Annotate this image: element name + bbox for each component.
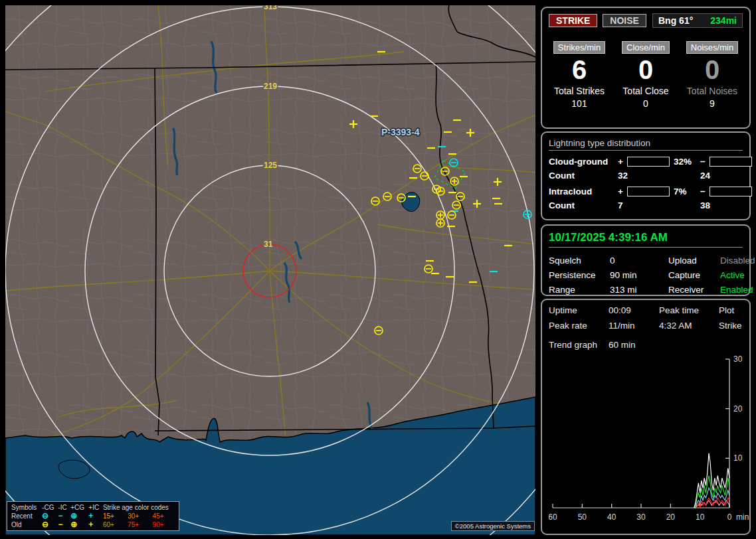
circle-minus-icon: ⊖	[41, 520, 56, 529]
minus-sign: −	[700, 157, 709, 167]
cg-positive-count: 32	[618, 171, 700, 181]
ic-positive-count: 7	[618, 200, 700, 210]
trend-y-tick: 20	[733, 404, 743, 414]
plot-mode-value: Strike	[719, 321, 743, 331]
circle-plus-icon: ⊕	[69, 520, 87, 529]
intracloud-label: Intracloud	[549, 187, 618, 196]
range-ring-label-31: 31	[264, 240, 273, 249]
uptime-label: Uptime	[549, 305, 609, 315]
close-per-min-column: Close/min 0 Total Close 0	[615, 41, 676, 109]
legend-symbols-label: Symbols	[10, 503, 41, 512]
receiver-label: Receiver	[668, 285, 720, 295]
ic-positive-pct: 7%	[670, 187, 700, 196]
lightning-distribution-panel: Lightning type distribution Cloud-ground…	[541, 131, 751, 220]
trend-graph-label: Trend graph	[549, 340, 609, 350]
cloud-ground-label: Cloud-ground	[549, 157, 618, 167]
count-label: Count	[549, 200, 618, 210]
trend-x-tick: 40	[607, 512, 616, 522]
noises-per-min-value: 0	[682, 55, 743, 84]
cloud-ground-count-row: Count 32 24	[549, 171, 743, 181]
trend-panel: Uptime 00:09 Peak time Plot Peak rate 11…	[541, 299, 751, 535]
strikes-per-min-value: 6	[549, 55, 610, 84]
total-strikes-label: Total Strikes	[549, 86, 610, 96]
legend-recent-row: Recent ⊖ − ⊕ + 15+ 30+ 45+	[10, 512, 176, 520]
intracloud-row: Intracloud + 7% − 38%	[549, 187, 743, 196]
legend-old-row: Old ⊖ − ⊕ + 60+ 75+ 90+	[10, 520, 176, 529]
age-60: 60+	[102, 520, 126, 529]
age-75: 75+	[126, 520, 151, 529]
distance-value: 234mi	[710, 15, 737, 26]
receiver-value: Enabled	[720, 285, 755, 295]
map-canvas[interactable]: 31321912531P-3393-4	[5, 5, 535, 535]
datetime-display: 10/17/2025 4:39:16 AM	[549, 231, 743, 248]
range-ring-label-125: 125	[264, 161, 277, 170]
ic-negative-count: 38	[700, 200, 743, 210]
trend-window-value: 60 min	[609, 340, 743, 350]
lightning-map[interactable]: 31321912531P-3393-4 Symbols -CG -IC +CG …	[5, 5, 535, 535]
age-30: 30+	[126, 512, 151, 520]
minus-icon: −	[56, 520, 69, 529]
intracloud-count-row: Count 7 38	[549, 200, 743, 210]
capture-label: Capture	[668, 270, 720, 280]
upload-value: Disabled	[720, 256, 755, 266]
persistence-label: Persistence	[549, 270, 610, 280]
noises-per-min-column: Noises/min 0 Total Noises 9	[682, 41, 743, 109]
legend-header-row: Symbols -CG -IC +CG +IC Strike age color…	[10, 503, 176, 512]
copyright-notice: ©2005 Astrogenic Systems	[451, 521, 535, 531]
trend-graph-chart: 1020306050403020100min	[549, 351, 752, 529]
age-45: 45+	[151, 512, 176, 520]
cg-negative-pct: 24%	[752, 157, 756, 167]
ic-negative-bar	[709, 187, 752, 196]
legend-recent-label: Recent	[10, 512, 41, 520]
total-strikes-value: 101	[549, 98, 610, 109]
peak-time-value: 4:32 AM	[659, 321, 719, 331]
strike-stats-panel: STRIKE NOISE Bng 61° 234mi Strikes/min 6…	[541, 7, 751, 129]
trend-x-tick: 50	[578, 512, 587, 522]
trend-x-tick: 20	[666, 512, 676, 522]
range-value: 313 mi	[610, 285, 668, 295]
ic-negative-pct: 38%	[752, 187, 756, 196]
close-per-min-value: 0	[615, 55, 676, 84]
range-ring-label-313: 313	[264, 5, 277, 11]
legend-age-codes-label: Strike age color codes	[102, 503, 176, 512]
total-close-value: 0	[615, 98, 676, 109]
persistence-value: 90 min	[610, 270, 668, 280]
total-noises-value: 9	[682, 98, 743, 109]
storm-cell-label: P-3393-4	[381, 127, 420, 137]
squelch-label: Squelch	[549, 256, 610, 266]
strikes-per-min-button[interactable]: Strikes/min	[553, 41, 605, 54]
trend-y-tick: 30	[733, 354, 743, 364]
strike-mode-button[interactable]: STRIKE	[549, 14, 597, 27]
trend-x-tick: 60	[549, 512, 557, 522]
peak-rate-value: 11/min	[609, 321, 659, 331]
strikes-per-min-column: Strikes/min 6 Total Strikes 101	[549, 41, 610, 109]
nexstorm-app-window: 31321912531P-3393-4 Symbols -CG -IC +CG …	[0, 0, 756, 539]
legend-old-label: Old	[10, 520, 41, 529]
trend-x-tick: 0	[727, 512, 732, 522]
receiver-status-panel: 10/17/2025 4:39:16 AM Squelch 0 Upload D…	[541, 224, 751, 296]
bearing-distance-readout: Bng 61° 234mi	[652, 13, 743, 28]
peak-time-label: Peak time	[659, 305, 719, 315]
cg-negative-bar	[709, 157, 752, 167]
range-label: Range	[549, 285, 610, 295]
plus-sign: +	[618, 187, 627, 196]
cg-positive-bar	[627, 157, 670, 167]
count-label: Count	[549, 171, 618, 181]
noises-per-min-button[interactable]: Noises/min	[686, 41, 738, 54]
close-per-min-button[interactable]: Close/min	[622, 41, 670, 54]
cg-positive-pct: 32%	[670, 157, 700, 167]
minus-sign: −	[700, 187, 709, 196]
age-15: 15+	[102, 512, 126, 520]
total-close-label: Total Close	[615, 86, 676, 96]
plus-sign: +	[618, 157, 627, 167]
peak-rate-label: Peak rate	[549, 321, 609, 331]
distribution-title: Lightning type distribution	[549, 138, 743, 151]
trend-x-tick: 10	[696, 512, 705, 522]
range-ring-label-219: 219	[264, 82, 277, 91]
trend-x-unit: min	[736, 512, 749, 522]
cg-negative-count: 24	[700, 171, 743, 181]
upload-label: Upload	[668, 256, 720, 266]
noise-mode-button[interactable]: NOISE	[603, 14, 646, 27]
trend-y-tick: 10	[733, 453, 743, 463]
squelch-value: 0	[610, 256, 668, 266]
